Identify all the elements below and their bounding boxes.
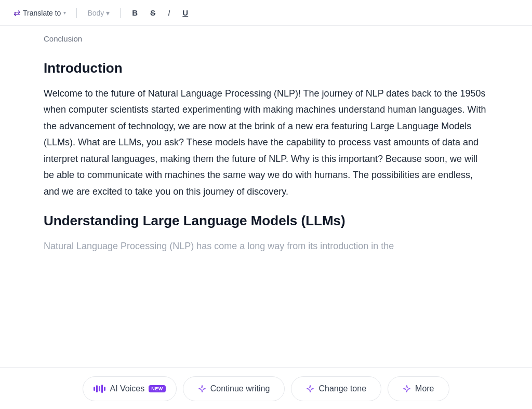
translate-section: ⇄ Translate to ▾	[10, 6, 69, 20]
divider-1	[76, 8, 77, 18]
ai-voices-button[interactable]: AI Voices NEW	[83, 376, 176, 401]
italic-button[interactable]: I	[164, 7, 174, 19]
translate-icon: ⇄	[14, 8, 20, 18]
divider-2	[120, 8, 121, 18]
continue-writing-button[interactable]: Continue writing	[183, 376, 285, 401]
body-style-label: Body	[87, 9, 104, 17]
llm-paragraph-faded: Natural Language Processing (NLP) has co…	[44, 238, 488, 255]
waveform-bar-1	[94, 387, 95, 391]
strikethrough-button[interactable]: S	[146, 7, 159, 19]
waveform-bar-2	[96, 385, 98, 392]
action-bar: AI Voices NEW Continue writing Change to…	[0, 367, 532, 409]
sparkle-icon-more	[403, 385, 411, 393]
body-style-dropdown[interactable]: Body ▾	[84, 7, 113, 19]
waveform-bar-4	[101, 385, 103, 393]
translate-button[interactable]: ⇄ Translate to ▾	[10, 6, 69, 20]
sparkle-icon-tone	[306, 385, 314, 393]
underline-button[interactable]: U	[178, 7, 192, 19]
ai-voices-label: AI Voices	[110, 384, 144, 393]
conclusion-link[interactable]: Conclusion	[44, 26, 488, 47]
change-tone-label: Change tone	[318, 384, 366, 393]
introduction-heading: Introduction	[44, 60, 488, 77]
llm-heading: Understanding Large Language Models (LLM…	[44, 212, 488, 230]
change-tone-button[interactable]: Change tone	[291, 376, 381, 401]
translate-chevron-icon: ▾	[63, 10, 66, 16]
sparkle-icon-continue	[198, 385, 206, 393]
more-button[interactable]: More	[388, 376, 449, 401]
toolbar: ⇄ Translate to ▾ Body ▾ B S I U	[0, 0, 532, 26]
waveform-icon	[94, 385, 105, 393]
bold-button[interactable]: B	[128, 7, 142, 19]
intro-paragraph: Welcome to the future of Natural Languag…	[44, 86, 488, 200]
more-label: More	[415, 384, 434, 393]
new-badge: NEW	[149, 385, 166, 392]
continue-writing-label: Continue writing	[210, 384, 270, 393]
translate-label: Translate to	[23, 9, 61, 17]
waveform-bar-5	[104, 387, 105, 391]
content-area: Conclusion Introduction Welcome to the f…	[0, 26, 532, 367]
body-chevron-icon: ▾	[106, 9, 110, 17]
waveform-bar-3	[99, 386, 100, 391]
